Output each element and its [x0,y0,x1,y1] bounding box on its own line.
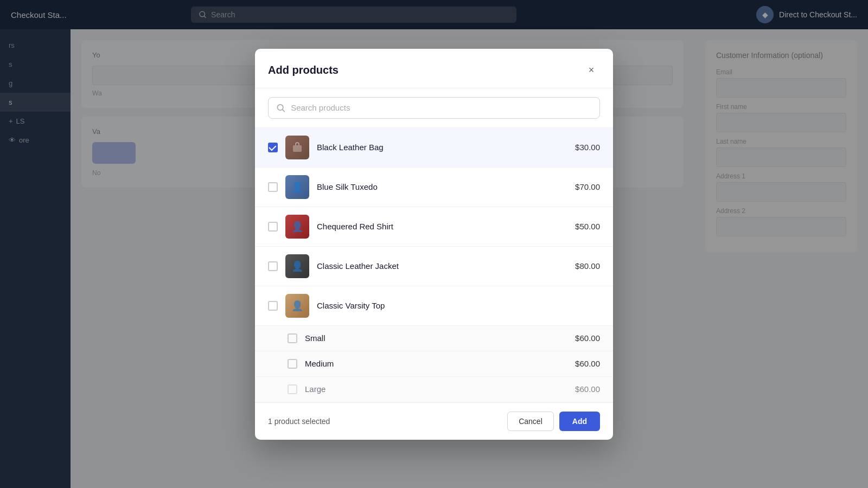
footer-buttons: Cancel Add [507,412,600,431]
product-row-variant-medium[interactable]: Medium $60.00 [255,351,613,377]
product-name-classic-varsity-top: Classic Varsity Top [317,301,592,310]
product-img-classic-leather-jacket: 👤 [285,254,309,278]
product-list: Black Leather Bag $30.00 👤 Blue Silk Tux… [255,127,613,402]
product-checkbox-variant-large[interactable] [288,384,297,394]
modal-search-section [255,88,613,127]
product-price-classic-leather-jacket: $80.00 [575,261,600,271]
product-name-variant-small: Small [305,333,567,343]
product-row-chequered-red-shirt[interactable]: 👤 Chequered Red Shirt $50.00 [255,207,613,247]
product-name-black-leather-bag: Black Leather Bag [317,143,567,152]
product-img-classic-varsity-top: 👤 [285,294,309,318]
modal-header: Add products × [255,49,613,88]
product-price-blue-silk-tuxedo: $70.00 [575,182,600,191]
product-row-classic-leather-jacket[interactable]: 👤 Classic Leather Jacket $80.00 [255,247,613,286]
product-row-blue-silk-tuxedo[interactable]: 👤 Blue Silk Tuxedo $70.00 [255,168,613,207]
cancel-button[interactable]: Cancel [507,412,554,431]
svg-point-2 [277,104,283,110]
add-button[interactable]: Add [559,412,600,431]
product-search-input[interactable] [291,103,592,112]
product-img-chequered-red-shirt: 👤 [285,215,309,239]
product-checkbox-variant-small[interactable] [288,333,297,343]
product-price-variant-medium: $60.00 [575,359,600,368]
product-checkbox-chequered-red-shirt[interactable] [268,222,278,232]
search-box[interactable] [268,97,600,119]
product-name-chequered-red-shirt: Chequered Red Shirt [317,222,567,231]
modal-title: Add products [268,64,339,76]
product-checkbox-classic-leather-jacket[interactable] [268,261,278,271]
product-price-variant-large: $60.00 [575,384,600,394]
product-name-classic-leather-jacket: Classic Leather Jacket [317,261,567,271]
modal-search-icon [276,103,285,113]
product-price-variant-small: $60.00 [575,333,600,343]
product-name-variant-large: Large [305,384,567,394]
product-checkbox-black-leather-bag[interactable] [268,143,278,152]
add-products-modal: Add products × [255,49,613,440]
modal-close-button[interactable]: × [583,62,600,79]
modal-footer: 1 product selected Cancel Add [255,402,613,440]
product-img-black-leather-bag [285,136,309,159]
product-price-chequered-red-shirt: $50.00 [575,222,600,231]
product-price-black-leather-bag: $30.00 [575,143,600,152]
product-name-blue-silk-tuxedo: Blue Silk Tuxedo [317,182,567,191]
svg-line-3 [283,110,284,111]
product-checkbox-variant-medium[interactable] [288,359,297,369]
product-name-variant-medium: Medium [305,359,567,368]
product-checkbox-classic-varsity-top[interactable] [268,301,278,311]
product-img-blue-silk-tuxedo: 👤 [285,175,309,199]
svg-rect-4 [293,145,302,152]
product-row-classic-varsity-top[interactable]: 👤 Classic Varsity Top [255,286,613,326]
modal-overlay[interactable]: Add products × [0,0,868,488]
product-row-black-leather-bag[interactable]: Black Leather Bag $30.00 [255,128,613,168]
product-row-variant-large[interactable]: Large $60.00 [255,377,613,402]
product-checkbox-blue-silk-tuxedo[interactable] [268,182,278,192]
product-row-variant-small[interactable]: Small $60.00 [255,326,613,351]
selected-count-label: 1 product selected [268,417,330,426]
